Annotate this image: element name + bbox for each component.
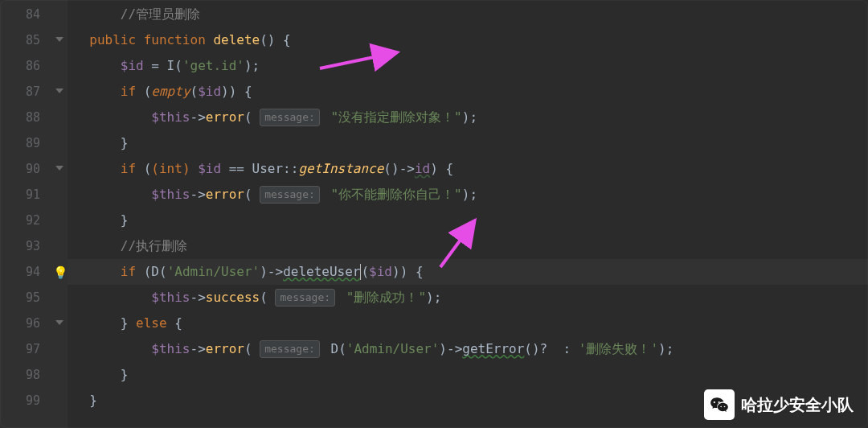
wechat-glyph (709, 394, 730, 415)
code-line[interactable]: if ((int) $id == User::getInstance()->id… (68, 156, 868, 182)
line-number: 84 (0, 2, 53, 27)
line-number: 99 (0, 388, 53, 414)
string: '删除失败！' (579, 341, 658, 356)
variable: $id (198, 84, 221, 99)
fold-cell[interactable]: 💡 (53, 259, 68, 285)
fold-toggle-icon[interactable] (55, 320, 63, 325)
code-line[interactable]: } (68, 208, 868, 233)
property: id (415, 161, 430, 176)
punct: ) (532, 341, 540, 356)
brace: } (121, 367, 129, 382)
class-name: User (252, 161, 284, 176)
code-editor[interactable]: 84 85 86 87 88 89 90 91 92 93 94 95 96 9… (0, 0, 868, 428)
fold-toggle-icon[interactable] (55, 88, 63, 93)
punct: ( (383, 161, 391, 176)
code-line[interactable]: public function delete() { (68, 27, 868, 53)
line-number: 96 (0, 311, 53, 336)
punct: ( (144, 161, 152, 176)
fold-cell[interactable] (53, 79, 68, 105)
punct: ) (658, 341, 666, 356)
operator: -> (190, 109, 206, 125)
parameter-hint: message: (260, 186, 320, 204)
punct: ( (260, 290, 268, 305)
fold-cell[interactable] (53, 27, 68, 53)
fold-toggle-icon[interactable] (55, 37, 63, 42)
punct: ( (144, 84, 152, 99)
punct: ) (260, 264, 268, 279)
operator: -> (190, 341, 206, 356)
code-line[interactable]: if (D('Admin/User')->deleteUser($id)) { (68, 259, 868, 285)
punct: ( (260, 32, 268, 47)
method: deleteUser (283, 264, 360, 279)
parameter-hint: message: (275, 289, 335, 307)
line-number-gutter: 84 85 86 87 88 89 90 91 92 93 94 95 96 9… (0, 0, 53, 428)
fold-cell (53, 53, 68, 79)
punct: ) (391, 161, 399, 176)
string: 'Admin/User' (167, 264, 260, 279)
variable: $this (151, 290, 190, 305)
fold-cell[interactable] (53, 311, 68, 336)
punct: ) (430, 161, 438, 176)
code-line[interactable]: } (68, 362, 868, 388)
line-number: 91 (0, 182, 53, 208)
brace: { (407, 264, 423, 279)
method: success (206, 290, 260, 305)
fold-cell (53, 130, 68, 156)
punct: ( (244, 341, 252, 356)
string: 'get.id' (182, 58, 244, 73)
fold-cell (53, 208, 68, 233)
code-line[interactable]: if (empty($id)) { (68, 79, 868, 105)
fold-gutter: 💡 (53, 0, 68, 428)
static-method: getInstance (298, 161, 383, 176)
code-line[interactable]: $this->error( message: "没有指定删除对象！"); (68, 105, 868, 130)
line-number: 93 (0, 233, 53, 259)
punct: ( (144, 264, 152, 279)
code-line[interactable]: //管理员删除 (68, 2, 868, 27)
intention-bulb-icon[interactable]: 💡 (53, 265, 68, 280)
code-line[interactable]: //执行删除 (68, 233, 868, 259)
punct: ( (524, 341, 532, 356)
variable: $id (121, 58, 144, 73)
fold-cell (53, 233, 68, 259)
fold-cell (53, 105, 68, 130)
fold-cell[interactable] (53, 156, 68, 182)
function-name: delete (213, 32, 260, 47)
punct: ( (244, 187, 252, 202)
fold-cell (53, 285, 68, 311)
punct: ; (666, 341, 674, 356)
fold-cell (53, 2, 68, 27)
operator: -> (190, 290, 206, 305)
code-area[interactable]: //管理员删除 public function delete() { $id =… (68, 0, 868, 428)
line-number: 90 (0, 156, 53, 182)
punct: ; (469, 109, 477, 125)
line-number: 86 (0, 53, 53, 79)
keyword: function (144, 32, 206, 47)
wechat-icon (704, 389, 735, 420)
brace: { (236, 84, 252, 99)
code-line[interactable]: $id = I('get.id'); (68, 53, 868, 79)
cast: (int) (151, 161, 198, 176)
variable: $this (151, 341, 190, 356)
punct: ) (229, 84, 237, 99)
line-number: 95 (0, 285, 53, 311)
code-line[interactable]: $this->error( message: "你不能删除你自己！"); (68, 182, 868, 208)
punct: ( (361, 264, 369, 279)
parameter-hint: message: (260, 340, 320, 358)
operator: : (555, 341, 579, 356)
punct: ) (221, 84, 229, 99)
punct: ; (434, 290, 442, 305)
code-line[interactable]: } else { (68, 311, 868, 336)
code-line[interactable]: $this->error( message: D('Admin/User')->… (68, 336, 868, 362)
line-number: 94 (0, 259, 53, 285)
method: error (206, 341, 244, 356)
operator: -> (268, 264, 283, 279)
operator: ? (540, 341, 555, 356)
fold-toggle-icon[interactable] (55, 166, 63, 171)
punct: ( (159, 264, 167, 279)
code-line[interactable]: } (68, 130, 868, 156)
keyword: if (121, 84, 136, 99)
method: error (206, 109, 244, 125)
method: error (206, 187, 244, 202)
punct: ( (244, 109, 252, 125)
code-line[interactable]: $this->success( message: "删除成功！"); (68, 285, 868, 311)
